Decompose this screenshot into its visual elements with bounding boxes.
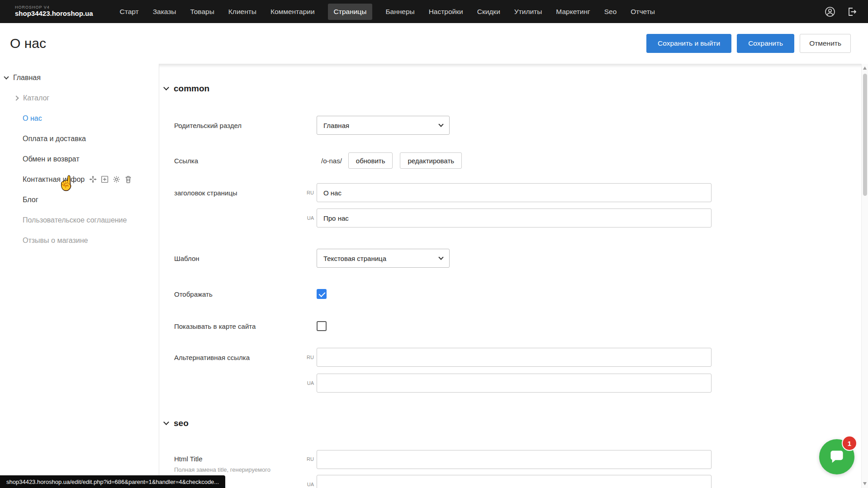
html-title-hint: Полная замена title, генерируемого xyxy=(174,466,302,473)
section-seo-toggle[interactable]: seo xyxy=(164,418,189,428)
vertical-scrollbar[interactable] xyxy=(861,64,868,488)
scrollbar-thumb[interactable] xyxy=(863,74,867,196)
tree-item-label: Блог xyxy=(23,196,38,204)
alt-link-ru-input[interactable] xyxy=(317,348,711,367)
page-title-ua-input[interactable] xyxy=(317,208,711,227)
sitemap-label: Показывать в карте сайта xyxy=(174,322,317,330)
status-url: shop34423.horoshop.ua/edit/edit.php?id=6… xyxy=(6,479,219,485)
nav-clients[interactable]: Клиенты xyxy=(228,4,257,20)
html-title-ru-row: Html Title Полная замена title, генериру… xyxy=(174,450,711,473)
alt-link-ru-row: Альтернативная ссылка RU xyxy=(174,348,711,367)
html-title-ru-input[interactable] xyxy=(317,450,711,469)
lang-ua-badge: UA xyxy=(302,215,314,221)
chevron-down-icon xyxy=(438,255,443,260)
alt-link-ua-row: UA xyxy=(174,374,711,393)
nav-banners[interactable]: Баннеры xyxy=(384,4,415,20)
nav-utilities[interactable]: Утилиты xyxy=(513,4,543,20)
chevron-down-icon[interactable] xyxy=(4,74,9,79)
brand-domain: shop34423.horoshop.ua xyxy=(15,10,93,18)
alt-link-ua-input[interactable] xyxy=(317,374,711,393)
tree-item-label: Отзывы о магазине xyxy=(23,237,88,245)
sidebar-item-kontaktnaya-informatsiya[interactable]: Контактная инфор xyxy=(0,169,159,190)
cancel-button[interactable]: Отменить xyxy=(800,34,851,53)
parent-section-row: Родительский раздел Главная xyxy=(174,116,450,135)
chat-launcher[interactable]: 1 xyxy=(819,439,854,474)
nav-seo[interactable]: Seo xyxy=(603,4,618,20)
topbar-icons xyxy=(825,6,861,17)
link-edit-button[interactable]: редактировать xyxy=(400,152,462,169)
html-title-label-block: Html Title Полная замена title, генериру… xyxy=(174,450,302,473)
tree-item-label: Каталог xyxy=(23,94,49,102)
sitemap-checkbox[interactable] xyxy=(317,321,327,331)
nav-marketing[interactable]: Маркетинг xyxy=(555,4,591,20)
section-title: seo xyxy=(174,418,189,428)
template-value: Текстовая страница xyxy=(323,255,386,262)
template-select[interactable]: Текстовая страница xyxy=(317,249,450,268)
chevron-down-icon xyxy=(438,122,443,127)
nav-settings[interactable]: Настройки xyxy=(428,4,464,20)
settings-icon[interactable] xyxy=(113,175,120,183)
sidebar-item-polzovatelskoe-soglashenie[interactable]: Пользовательское соглашение xyxy=(0,210,159,230)
add-page-icon[interactable] xyxy=(101,175,109,183)
account-icon[interactable] xyxy=(825,6,835,17)
lang-ru-badge: RU xyxy=(302,190,314,195)
logout-icon[interactable] xyxy=(846,6,857,17)
lang-ru-badge: RU xyxy=(302,355,314,360)
sidebar-item-glavnaya[interactable]: Главная xyxy=(0,67,159,88)
lang-ua-badge: UA xyxy=(302,482,314,487)
page-title: О нас xyxy=(10,36,46,51)
page-title-ua-row: UA xyxy=(174,208,711,227)
chat-unread-badge: 1 xyxy=(843,436,856,450)
link-preview-statusbar: shop34423.horoshop.ua/edit/edit.php?id=6… xyxy=(0,475,225,488)
tree-item-label: Обмен и возврат xyxy=(23,155,79,163)
sidebar-item-blog[interactable]: Блог xyxy=(0,190,159,210)
save-and-exit-button[interactable]: Сохранить и выйти xyxy=(646,34,731,53)
html-title-label: Html Title xyxy=(174,455,302,463)
link-label: Ссылка xyxy=(174,157,317,165)
parent-section-select[interactable]: Главная xyxy=(317,116,450,135)
save-button[interactable]: Сохранить xyxy=(737,34,794,53)
top-nav: Старт Заказы Товары Клиенты Комментарии … xyxy=(119,4,656,20)
brand[interactable]: HOROSHOP V4 shop34423.horoshop.ua xyxy=(15,5,93,17)
chevron-right-icon[interactable] xyxy=(14,95,19,100)
parent-section-label: Родительский раздел xyxy=(174,122,317,129)
sidebar-item-otzyvy-o-magazine[interactable]: Отзывы о магазине xyxy=(0,230,159,251)
nav-comments[interactable]: Комментарии xyxy=(270,4,316,20)
chevron-down-icon xyxy=(163,419,169,425)
page-title-label: заголовок страницы xyxy=(174,189,302,197)
parent-section-value: Главная xyxy=(323,122,349,129)
sidebar-item-oplata-i-dostavka[interactable]: Оплата и доставка xyxy=(0,128,159,149)
lang-ua-badge: UA xyxy=(302,380,314,386)
nav-reports[interactable]: Отчеты xyxy=(630,4,656,20)
link-row: Ссылка /o-nas/ обновить редактировать xyxy=(174,152,469,169)
topbar: HOROSHOP V4 shop34423.horoshop.ua Старт … xyxy=(0,0,868,23)
scroll-down-arrow[interactable] xyxy=(863,482,867,485)
delete-icon[interactable] xyxy=(124,175,132,183)
scroll-up-arrow[interactable] xyxy=(863,66,867,70)
template-row: Шаблон Текстовая страница xyxy=(174,249,450,268)
display-checkbox[interactable] xyxy=(317,289,327,299)
html-title-ua-input[interactable] xyxy=(317,475,711,488)
edit-form: common Родительский раздел Главная Ссылк… xyxy=(159,64,861,488)
page-title-ru-input[interactable] xyxy=(317,183,711,202)
nav-pages[interactable]: Страницы xyxy=(328,4,373,20)
nav-discounts[interactable]: Скидки xyxy=(476,4,501,20)
section-common-toggle[interactable]: common xyxy=(164,84,209,94)
nav-orders[interactable]: Заказы xyxy=(152,4,177,20)
content-top-shadow xyxy=(159,64,861,68)
link-value: /o-nas/ xyxy=(317,157,342,165)
sidebar-item-obmen-i-vozvrat[interactable]: Обмен и возврат xyxy=(0,149,159,169)
link-update-button[interactable]: обновить xyxy=(348,152,393,169)
html-title-ua-row: UA xyxy=(174,475,711,488)
nav-start[interactable]: Старт xyxy=(119,4,140,20)
tree-item-label: Контактная инфор xyxy=(23,175,85,184)
lang-ru-badge: RU xyxy=(302,456,314,462)
chat-bubble-icon xyxy=(828,448,846,466)
sidebar-item-katalog[interactable]: Каталог xyxy=(0,88,159,108)
sidebar-item-o-nas[interactable]: О нас xyxy=(0,108,159,128)
chevron-down-icon xyxy=(163,85,169,90)
nav-products[interactable]: Товары xyxy=(189,4,215,20)
section-title: common xyxy=(174,84,209,94)
move-icon[interactable] xyxy=(89,175,97,183)
display-label: Отображать xyxy=(174,290,317,298)
